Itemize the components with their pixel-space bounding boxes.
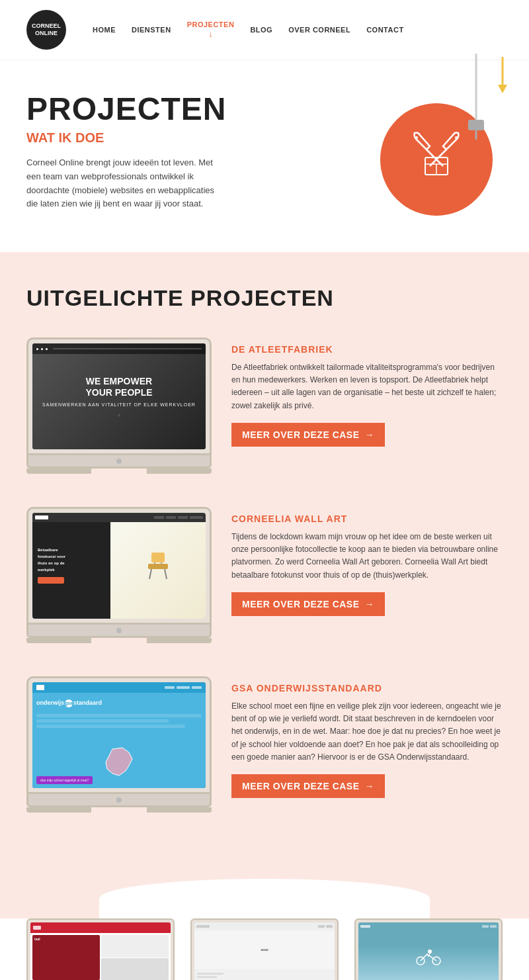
laptop-frame-2: Betaalbare fotokunst voor thuis en op de… — [26, 507, 212, 625]
project-desc-atleet: De Atleetfabriek ontwikkelt tailormade v… — [231, 361, 503, 412]
project-title-atleet: DE ATLEETFABRIEK — [231, 344, 503, 355]
svg-rect-13 — [148, 564, 168, 569]
svg-point-20 — [428, 950, 432, 954]
svg-rect-12 — [151, 553, 165, 562]
mini-laptop-loop[interactable]: ∞∞ — [190, 918, 339, 980]
project-desc-corneelia: Tijdens de lockdown kwam mijn vrouw op h… — [231, 531, 503, 582]
logo[interactable]: CORNEEL ONLINE — [26, 10, 66, 50]
mini-laptop-taal[interactable]: taal — [26, 918, 175, 980]
laptop-chin-2 — [26, 625, 212, 638]
project-card-atleet: WE EMPOWER YOUR PEOPLE SAMENWERKEN AAN V… — [26, 337, 503, 474]
project-btn-gsa[interactable]: MEER OVER DEZE CASE → — [231, 774, 385, 798]
project-mockup-atleet: WE EMPOWER YOUR PEOPLE SAMENWERKEN AAN V… — [26, 337, 212, 474]
project-info-corneelia: CORNEELIA WALL ART Tijdens de lockdown k… — [231, 507, 503, 616]
project-mockup-gsa: onderwijsGSAstandaard — [26, 676, 212, 813]
project-card-gsa: onderwijsGSAstandaard — [26, 676, 503, 813]
laptop-base-row-2 — [26, 638, 212, 643]
atleet-screen-title2: YOUR PEOPLE — [42, 387, 196, 398]
laptop-camera-2 — [116, 628, 122, 633]
project-btn-gsa-label: MEER OVER DEZE CASE — [242, 781, 360, 791]
laptop-frame-3: onderwijsGSAstandaard — [26, 676, 212, 794]
laptop-base-row-3 — [26, 807, 212, 813]
project-btn-corneelia-arrow: → — [365, 599, 375, 609]
laptop-camera-3 — [116, 797, 122, 803]
project-mockup-corneelia: Betaalbare fotokunst voor thuis en op de… — [26, 507, 212, 643]
project-btn-corneelia-label: MEER OVER DEZE CASE — [242, 599, 360, 609]
project-btn-corneelia[interactable]: MEER OVER DEZE CASE → — [231, 592, 385, 616]
hero-subtitle: WAT IK DOE — [26, 130, 370, 146]
laptop-screen-3: onderwijsGSAstandaard — [32, 682, 206, 788]
project-title-corneelia: CORNEELIA WALL ART — [231, 513, 503, 524]
crane-decoration — [370, 54, 503, 186]
svg-rect-1 — [468, 120, 484, 130]
featured-section: UITGELICHTE PROJECTEN WE EMPOWER YOUR PE… — [0, 252, 529, 879]
laptop-screen-2: Betaalbare fotokunst voor thuis en op de… — [32, 513, 206, 619]
laptop-chin — [26, 455, 212, 468]
nav-projecten[interactable]: PROJECTEN — [187, 21, 235, 28]
wave-separator — [0, 879, 529, 918]
project-btn-atleet[interactable]: MEER OVER DEZE CASE → — [231, 423, 385, 447]
project-btn-atleet-arrow: → — [365, 429, 375, 440]
project-btn-gsa-arrow: → — [365, 781, 375, 791]
hero-icon-area — [370, 93, 503, 226]
svg-line-14 — [149, 569, 151, 579]
project-btn-atleet-label: MEER OVER DEZE CASE — [242, 429, 360, 440]
projects-grid: taal — [26, 918, 503, 980]
cyclist-icon — [415, 946, 442, 966]
nav-home[interactable]: HOME — [93, 26, 116, 34]
netherlands-map-icon — [99, 746, 139, 779]
hero-text-block: PROJECTEN WAT IK DOE Corneel Online bren… — [26, 93, 370, 211]
nav-active-arrow: ↓ — [209, 30, 213, 39]
nav-blog[interactable]: BLOG — [250, 26, 272, 34]
svg-line-15 — [165, 569, 167, 579]
hero-description: Corneel Online brengt jouw ideeën tot le… — [26, 156, 225, 211]
project-desc-gsa: Elke school moet een fijne en veilige pl… — [231, 700, 503, 764]
navigation: CORNEEL ONLINE HOME DIENSTEN PROJECTEN ↓… — [0, 0, 529, 60]
laptop-frame: WE EMPOWER YOUR PEOPLE SAMENWERKEN AAN V… — [26, 337, 212, 455]
nav-diensten[interactable]: DIENSTEN — [132, 26, 171, 34]
featured-title: UITGELICHTE PROJECTEN — [26, 285, 503, 311]
atleet-screen-sub: SAMENWERKEN AAN VITALITEIT OP ELKE WERKV… — [42, 402, 196, 407]
laptop-screen: WE EMPOWER YOUR PEOPLE SAMENWERKEN AAN V… — [32, 343, 206, 449]
laptop-chin-3 — [26, 794, 212, 807]
nav-contact[interactable]: CONTACT — [366, 26, 403, 34]
project-info-atleet: DE ATLEETFABRIEK De Atleetfabriek ontwik… — [231, 337, 503, 447]
project-card-corneelia: Betaalbare fotokunst voor thuis en op de… — [26, 507, 503, 643]
nav-links: HOME DIENSTEN PROJECTEN ↓ BLOG OVER CORN… — [93, 21, 404, 39]
atleet-screen-title1: WE EMPOWER — [42, 376, 196, 387]
nav-over-corneel[interactable]: OVER CORNEEL — [288, 26, 350, 34]
hero-section: PROJECTEN WAT IK DOE Corneel Online bren… — [0, 60, 529, 252]
all-projects-section: taal — [0, 918, 529, 980]
project-info-gsa: GSA ONDERWIJSSTANDAARD Elke school moet … — [231, 676, 503, 798]
project-title-gsa: GSA ONDERWIJSSTANDAARD — [231, 683, 503, 693]
atleet-screen-arrow: ↓ — [42, 412, 196, 417]
page-title: PROJECTEN — [26, 93, 370, 125]
mini-laptop-fiets[interactable] — [354, 918, 503, 980]
laptop-base-row — [26, 468, 212, 474]
chair-icon — [142, 549, 175, 582]
laptop-camera — [116, 459, 122, 464]
logo-text: CORNEEL ONLINE — [32, 22, 61, 37]
